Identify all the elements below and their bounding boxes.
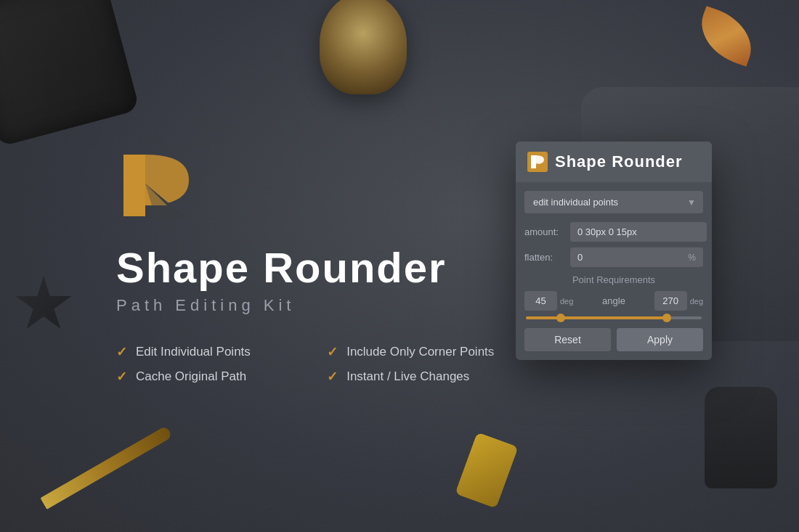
sub-title: Path Editing Kit <box>116 296 295 315</box>
check-icon-1: ✓ <box>327 344 338 360</box>
amount-input[interactable] <box>570 222 707 242</box>
angle-left-input[interactable] <box>524 291 557 311</box>
feature-label-1: Include Only Corner Points <box>346 345 494 359</box>
check-icon-0: ✓ <box>116 344 127 360</box>
amount-label: amount: <box>524 226 564 237</box>
feature-item-2: ✓ Cache Original Path <box>116 369 283 385</box>
amount-row: amount: <box>524 222 703 242</box>
action-buttons-row: Reset Apply <box>524 328 703 351</box>
slider-fill-right <box>561 316 666 319</box>
logo-container <box>116 147 189 230</box>
check-icon-3: ✓ <box>327 369 338 385</box>
feature-item-1: ✓ Include Only Corner Points <box>327 344 494 360</box>
flatten-label: flatten: <box>524 252 564 263</box>
flatten-suffix: % <box>688 253 696 263</box>
panel-header: Shape Rounder <box>516 142 712 182</box>
angle-right-input[interactable] <box>654 291 687 311</box>
mode-dropdown[interactable]: edit individual points edit all points <box>524 191 703 213</box>
apply-button[interactable]: Apply <box>617 328 703 351</box>
feature-label-0: Edit Individual Points <box>136 345 251 359</box>
check-icon-2: ✓ <box>116 369 127 385</box>
angle-slider-row <box>524 316 703 319</box>
angle-left-box: deg <box>524 291 573 311</box>
panel-logo-icon <box>527 152 548 172</box>
svg-rect-4 <box>531 155 536 168</box>
flatten-row: flatten: % <box>524 247 703 267</box>
feature-label-2: Cache Original Path <box>136 369 246 384</box>
panel-body: edit individual points edit all points ▼… <box>516 182 712 360</box>
panel-title: Shape Rounder <box>555 152 683 171</box>
mode-dropdown-wrapper[interactable]: edit individual points edit all points ▼ <box>524 191 703 213</box>
plugin-panel: Shape Rounder edit individual points edi… <box>516 142 712 360</box>
angle-slider-track[interactable] <box>526 316 702 319</box>
feature-label-3: Instant / Live Changes <box>346 369 469 384</box>
angle-center-label: angle <box>602 295 625 306</box>
flatten-input[interactable] <box>577 252 685 263</box>
angle-left-unit: deg <box>560 297 573 306</box>
reset-button[interactable]: Reset <box>524 328 611 351</box>
angle-right-box: deg <box>654 291 703 311</box>
svg-rect-1 <box>123 155 145 216</box>
features-list: ✓ Edit Individual Points ✓ Include Only … <box>116 344 494 385</box>
slider-thumb-left[interactable] <box>556 314 565 322</box>
slider-thumb-right[interactable] <box>662 314 671 322</box>
angle-right-unit: deg <box>690 297 703 306</box>
feature-item-0: ✓ Edit Individual Points <box>116 344 283 360</box>
flatten-input-wrapper: % <box>570 247 703 267</box>
brand-logo <box>116 147 189 227</box>
section-label: Point Requirements <box>524 274 703 285</box>
feature-item-3: ✓ Instant / Live Changes <box>327 369 494 385</box>
slider-fill-left <box>526 316 561 319</box>
angle-row: deg angle deg <box>524 291 703 311</box>
main-title: Shape Rounder <box>116 245 447 291</box>
